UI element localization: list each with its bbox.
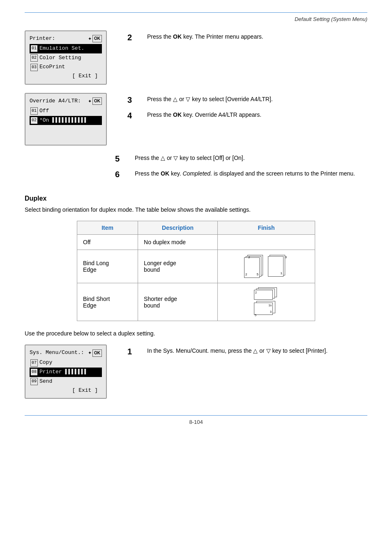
step5-text: Press the △ or ▽ key to select [Off] or … <box>135 154 367 162</box>
row3-desc: Shorter edgebound <box>138 283 218 321</box>
lcd3-row-3: 09 Send <box>30 377 102 386</box>
se-num3: 1s <box>269 304 272 307</box>
lcd1-item1-num: 01 <box>30 45 38 52</box>
lcd1-item3-label: EcoPrint <box>39 63 65 72</box>
duplex-proc-section: Sys. Menu/Count.: ✦ OK 07 Copy 08 Printe… <box>25 345 367 399</box>
lcd-screen-1: Printer: ✦ OK 01 Emulation Set. 02 Color… <box>25 30 107 85</box>
table-header-row: Item Description Finish <box>77 221 315 235</box>
duplex-desc: Select binding orientation for duplex mo… <box>25 206 367 214</box>
header-title: Default Setting (System Menu) <box>25 16 367 22</box>
steps34-container: 3 Press the △ or ▽ key to select [Overri… <box>127 93 367 126</box>
step4-num: 4 <box>127 111 139 120</box>
nav-arrows-icon2: ✦ <box>88 98 92 105</box>
page-num-2: 2 <box>245 273 247 276</box>
lcd1-title: Printer: <box>30 35 55 43</box>
col-item: Item <box>77 221 138 235</box>
row3-finish: 2 3 <box>218 283 315 321</box>
duplex-heading: Duplex <box>25 195 367 202</box>
lcd2-spacer <box>30 125 102 133</box>
lcd3-exit-row: [ Exit ] <box>30 386 102 395</box>
long-edge-left-stack: 2 5 2 <box>244 254 265 279</box>
lcd2-ok-icon: ✦ OK <box>88 97 102 105</box>
row2-item: Bind LongEdge <box>77 250 138 283</box>
duplex-table: Item Description Finish Off No duplex mo… <box>77 221 315 321</box>
lcd2-item1-label: Off <box>39 107 49 116</box>
section-printer-screen: Printer: ✦ OK 01 Emulation Set. 02 Color… <box>25 30 367 85</box>
lcd2-item1-num: 01 <box>30 107 38 115</box>
row2-finish: 2 5 2 <box>218 250 315 283</box>
nav-arrows-icon: ✦ <box>88 35 92 43</box>
step3-text: Press the △ or ▽ key to select [Override… <box>147 95 367 104</box>
lcd2-spacer2 <box>30 133 102 141</box>
step1-num: 1 <box>127 347 139 356</box>
lcd3-item3-num: 09 <box>30 378 38 385</box>
lcd1-row-1: 01 Emulation Set. <box>30 44 102 53</box>
step5-num: 5 <box>115 154 127 164</box>
row1-item: Off <box>77 235 138 250</box>
step-1: 1 In the Sys. Menu/Count. menu, press th… <box>127 347 367 356</box>
step6-num: 6 <box>115 169 127 179</box>
row1-finish <box>218 235 315 250</box>
table-row: Bind LongEdge Longer edgebound <box>77 250 315 283</box>
se-top-pages: 2 <box>254 287 279 300</box>
step2-num: 2 <box>127 32 139 42</box>
lcd3-item1-num: 07 <box>30 359 38 367</box>
lcd1-item2-label: Color Setting <box>39 54 81 62</box>
lcd3-title-row: Sys. Menu/Count.: ✦ OK <box>30 349 102 357</box>
lcd-screen-2: Override A4/LTR: ✦ OK 01 Off 02 *On ▌▌▌▌… <box>25 93 107 146</box>
lcd1-item1-label: Emulation Set. <box>39 44 84 53</box>
lcd1-item3-num: 03 <box>30 64 38 71</box>
se-bot-front: 3 1s <box>254 303 273 315</box>
screen2-container: Override A4/LTR: ✦ OK 01 Off 02 *On ▌▌▌▌… <box>25 93 115 146</box>
rnum-top: 3 <box>285 255 287 259</box>
section-override-screen: Override A4/LTR: ✦ OK 01 Off 02 *On ▌▌▌▌… <box>25 93 367 146</box>
lcd-screen-3: Sys. Menu/Count.: ✦ OK 07 Copy 08 Printe… <box>25 345 107 399</box>
lcd2-row-2: 02 *On ▌▌▌▌▌▌▌▌▌▌▌ <box>30 116 102 125</box>
lcd1-ok-icon: ✦ OK <box>88 35 102 42</box>
step-3: 3 Press the △ or ▽ key to select [Overri… <box>127 95 367 105</box>
lcd3-row-1: 07 Copy <box>30 358 102 368</box>
num-top: 2 <box>248 255 250 259</box>
lcd2-title: Override A4/LTR: <box>30 97 84 106</box>
footer-page: 8-104 <box>25 419 367 425</box>
lcd1-row-3: 03 EcoPrint <box>30 62 102 72</box>
step3-num: 3 <box>127 95 139 105</box>
se-bottom-pages: 3 1s 5 <box>254 301 279 317</box>
lcd3-ok-icon: ✦ OK <box>88 349 102 357</box>
lcd3-row-2: 08 Printer ▌▌▌▌▌▌▌ <box>30 368 102 377</box>
long-edge-illustration: 2 5 2 <box>224 254 309 279</box>
step2-text: Press the OK key. The Printer menu appea… <box>147 32 367 41</box>
screen3-container: Sys. Menu/Count.: ✦ OK 07 Copy 08 Printe… <box>25 345 115 399</box>
steps56-area: 5 Press the △ or ▽ key to select [Off] o… <box>25 154 367 185</box>
se-num2: 3 <box>270 310 272 313</box>
page-num-5: 5 <box>257 273 258 276</box>
lcd1-exit-row: [ Exit ] <box>30 72 102 81</box>
steps56-left-spacer <box>25 154 115 185</box>
step4-text: Press the OK key. Override A4/LTR appear… <box>147 111 367 119</box>
rpage-num: 1 <box>281 271 282 275</box>
table-row: Off No duplex mode <box>77 235 315 250</box>
lcd3-item2-num: 08 <box>30 368 38 376</box>
lcd1-item2-num: 02 <box>30 54 38 62</box>
lcd3-title: Sys. Menu/Count.: <box>30 349 87 357</box>
page: Default Setting (System Menu) Printer: ✦… <box>0 0 392 555</box>
screen1-container: Printer: ✦ OK 01 Emulation Set. 02 Color… <box>25 30 115 85</box>
lcd2-item2-num: 02 <box>30 117 38 124</box>
step-2: 2 Press the OK key. The Printer menu app… <box>127 32 367 42</box>
step2-container: 2 Press the OK key. The Printer menu app… <box>127 30 367 48</box>
col-desc: Description <box>138 221 218 235</box>
step1-container: 1 In the Sys. Menu/Count. menu, press th… <box>127 345 367 362</box>
rsheet-front: 1 <box>268 256 284 277</box>
lcd2-row-1: 01 Off <box>30 106 102 116</box>
table-row: Bind ShortEdge Shorter edgebound <box>77 283 315 321</box>
lcd3-item1-label: Copy <box>39 358 52 367</box>
nav-arrows-icon3: ✦ <box>88 349 92 357</box>
col-finish: Finish <box>218 221 315 235</box>
row3-item: Bind ShortEdge <box>77 283 138 321</box>
short-edge-illustration: 2 3 <box>224 287 309 317</box>
step-6: 6 Press the OK key. Completed. is displa… <box>115 169 367 179</box>
ok-box: OK <box>92 35 102 42</box>
row1-desc: No duplex mode <box>138 235 218 250</box>
step-5: 5 Press the △ or ▽ key to select [Off] o… <box>115 154 367 164</box>
lcd2-title-row: Override A4/LTR: ✦ OK <box>30 97 102 106</box>
